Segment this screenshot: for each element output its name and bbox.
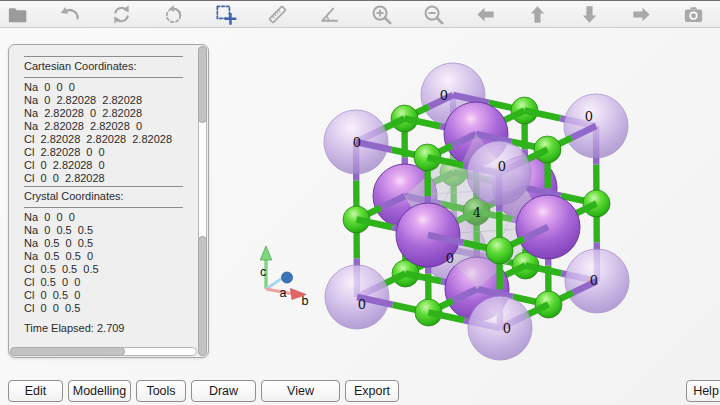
menu-bar: EditModellingToolsDrawViewExport: [8, 380, 399, 402]
crystal-structure[interactable]: 000000004: [324, 63, 629, 360]
coordinate-row: Cl 0 0.5 0: [24, 289, 196, 302]
zoom-in-icon[interactable]: [370, 3, 393, 26]
c-axis-label: c: [260, 265, 266, 279]
modelling-menu-button[interactable]: Modelling: [68, 380, 131, 402]
atom-label: 0: [440, 88, 448, 103]
coordinate-row: Cl 0.5 0 0: [24, 276, 196, 289]
arrow-down-icon[interactable]: [578, 3, 601, 26]
atom-label: 0: [503, 321, 511, 336]
na-atom-sphere[interactable]: [468, 296, 532, 360]
folder-icon[interactable]: [6, 3, 29, 26]
arrow-left-icon[interactable]: [474, 3, 497, 26]
zoom-out-icon[interactable]: [422, 3, 445, 26]
ruler-icon[interactable]: [266, 3, 289, 26]
coordinate-row: Na 0 2.82028 2.82028: [24, 94, 196, 107]
arrow-up-icon[interactable]: [526, 3, 549, 26]
coordinate-row: Cl 0 0 0.5: [24, 302, 196, 315]
help-button[interactable]: Help: [686, 380, 720, 402]
a-axis-arrowhead: [282, 272, 293, 283]
atom-label: 0: [358, 297, 366, 312]
vertical-scrollbar[interactable]: [198, 46, 207, 356]
separator: [24, 77, 183, 78]
toolbar: [0, 0, 720, 28]
coordinate-row: Cl 0 0 2.82028: [24, 172, 196, 185]
vertical-scrollbar-thumb-top[interactable]: [198, 46, 207, 123]
coordinate-row: Na 0 0 0: [24, 211, 196, 224]
coordinate-row: Na 0 0.5 0.5: [24, 224, 196, 237]
view-menu-button[interactable]: View: [261, 380, 340, 402]
draw-menu-button[interactable]: Draw: [191, 380, 256, 402]
arrow-right-icon[interactable]: [630, 3, 653, 26]
edit-menu-button[interactable]: Edit: [8, 380, 63, 402]
atom-label: 4: [473, 205, 481, 220]
refresh-icon[interactable]: [110, 3, 133, 26]
atom-label: 0: [590, 273, 598, 288]
coordinate-row: Na 0.5 0 0.5: [24, 237, 196, 250]
angle-icon[interactable]: [318, 3, 341, 26]
tools-menu-button[interactable]: Tools: [136, 380, 186, 402]
undo-icon[interactable]: [58, 3, 81, 26]
b-axis-label: b: [302, 294, 309, 308]
coordinate-row: Na 2.82028 0 2.82028: [24, 107, 196, 120]
coordinate-row: Na 0 0 0: [24, 81, 196, 94]
atom-label: 0: [585, 109, 593, 124]
export-menu-button[interactable]: Export: [345, 380, 399, 402]
time-elapsed: Time Elapsed: 2.709: [24, 322, 196, 335]
horizontal-scrollbar-thumb[interactable]: [10, 347, 125, 356]
coordinates-text: Cartesian Coordinates:Na 0 0 0Na 0 2.820…: [9, 45, 196, 347]
camera-icon[interactable]: [682, 3, 705, 26]
c-axis-arrowhead: [260, 246, 272, 260]
coordinate-row: Na 2.82028 2.82028 0: [24, 120, 196, 133]
cl-atom-sphere[interactable]: [486, 237, 513, 264]
separator: [24, 207, 183, 208]
coordinate-row: Cl 0 2.82028 0: [24, 159, 196, 172]
separator: [24, 186, 183, 187]
coordinates-panel: Cartesian Coordinates:Na 0 0 0Na 0 2.820…: [8, 44, 209, 358]
coordinate-row: Na 0.5 0.5 0: [24, 250, 196, 263]
horizontal-scrollbar[interactable]: [10, 347, 197, 356]
section-title: Crystal Coordinates:: [24, 190, 196, 203]
atom-label: 0: [498, 159, 506, 174]
separator: [24, 56, 183, 57]
coordinate-row: Cl 2.82028 2.82028 2.82028: [24, 133, 196, 146]
atom-label: 0: [446, 251, 454, 266]
coordinate-row: Cl 2.82028 0 0: [24, 146, 196, 159]
select-area-icon[interactable]: [214, 3, 237, 26]
axis-widget: cab: [260, 246, 309, 308]
rotate-icon[interactable]: [162, 3, 185, 26]
vertical-scrollbar-thumb-bottom[interactable]: [198, 236, 207, 356]
a-axis-label: a: [280, 286, 287, 300]
section-title: Cartesian Coordinates:: [24, 60, 196, 73]
atom-label: 0: [353, 135, 361, 150]
coordinate-row: Cl 0.5 0.5 0.5: [24, 263, 196, 276]
b-axis-arrow: [266, 289, 291, 294]
